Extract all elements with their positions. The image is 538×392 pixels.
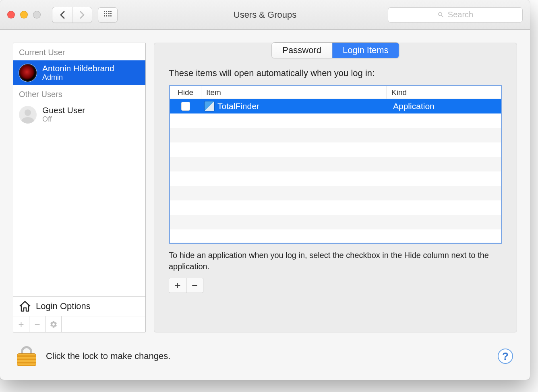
search-field[interactable]: Search [388, 7, 523, 23]
login-items-table: Hide Item Kind TotalFinder Appli [169, 85, 502, 244]
content-area: Current User Antonin Hildebrand Admin Ot… [0, 30, 530, 332]
close-window-button[interactable] [7, 11, 15, 19]
lock-button[interactable] [17, 346, 36, 366]
window-traffic-lights [7, 11, 41, 19]
col-spacer [491, 86, 501, 99]
add-user-button[interactable]: + [13, 316, 29, 332]
cell-kind: Application [388, 101, 501, 111]
minus-icon: − [34, 319, 40, 330]
col-hide[interactable]: Hide [170, 86, 201, 99]
table-row [170, 157, 501, 171]
col-kind[interactable]: Kind [387, 86, 491, 99]
add-remove-buttons: + − [169, 278, 203, 293]
user-actions-button[interactable] [46, 316, 62, 332]
user-name: Antonin Hildebrand [42, 64, 114, 73]
current-user-label: Current User [13, 43, 145, 60]
show-all-button[interactable] [98, 7, 118, 23]
tab-strip: Password Login Items [271, 42, 399, 58]
hide-hint: To hide an application when you log in, … [169, 250, 502, 272]
main-panel: Password Login Items These items will op… [154, 43, 517, 332]
table-row [170, 142, 501, 157]
hide-checkbox[interactable] [181, 102, 190, 111]
user-name: Guest User [42, 105, 85, 115]
table-row [170, 200, 501, 215]
login-items-description: These items will open automatically when… [169, 68, 502, 78]
avatar [19, 106, 37, 124]
table-row [170, 113, 501, 128]
table-row [170, 128, 501, 142]
cell-item: TotalFinder [201, 101, 388, 111]
zoom-window-button[interactable] [33, 11, 41, 19]
table-row [170, 229, 501, 244]
table-row [170, 215, 501, 229]
forward-button[interactable] [72, 7, 92, 23]
home-icon [19, 301, 31, 312]
minus-icon: − [192, 279, 198, 292]
table-row [170, 186, 501, 200]
table-header: Hide Item Kind [170, 86, 501, 99]
grid-icon [104, 11, 112, 19]
gear-icon [50, 320, 58, 328]
tab-password[interactable]: Password [272, 43, 332, 58]
back-button[interactable] [52, 7, 72, 23]
titlebar: Users & Groups Search [0, 0, 530, 30]
lock-text: Click the lock to make changes. [46, 351, 170, 361]
minimize-window-button[interactable] [20, 11, 28, 19]
remove-login-item-button[interactable]: − [186, 278, 203, 293]
col-item[interactable]: Item [201, 86, 387, 99]
avatar [19, 64, 37, 82]
tab-login-items[interactable]: Login Items [332, 43, 399, 58]
table-body: TotalFinder Application [170, 99, 501, 244]
item-name: TotalFinder [217, 101, 259, 111]
remove-user-button[interactable]: − [29, 316, 46, 332]
plus-icon: + [174, 279, 180, 292]
user-role: Off [42, 115, 85, 124]
user-role: Admin [42, 73, 114, 82]
search-placeholder: Search [448, 10, 473, 19]
table-row [170, 171, 501, 186]
preferences-window: Users & Groups Search Current User Anton… [0, 0, 530, 380]
login-options-label: Login Options [36, 301, 91, 312]
nav-back-forward [52, 7, 92, 23]
help-icon: ? [502, 350, 509, 363]
add-login-item-button[interactable]: + [169, 278, 186, 293]
sidebar-edit-buttons: + − [13, 316, 145, 332]
plus-icon: + [18, 319, 24, 330]
sidebar-current-user[interactable]: Antonin Hildebrand Admin [13, 60, 145, 85]
app-icon [205, 101, 214, 111]
help-button[interactable]: ? [498, 349, 513, 364]
other-users-label: Other Users [13, 85, 145, 102]
search-icon [437, 11, 445, 19]
users-sidebar: Current User Antonin Hildebrand Admin Ot… [13, 43, 146, 332]
sidebar-guest-user[interactable]: Guest User Off [13, 102, 145, 127]
login-options-button[interactable]: Login Options [13, 296, 145, 316]
table-row[interactable]: TotalFinder Application [170, 99, 501, 113]
lock-body-icon [17, 353, 36, 366]
footer: Click the lock to make changes. ? [0, 332, 530, 380]
cell-hide [170, 102, 201, 111]
